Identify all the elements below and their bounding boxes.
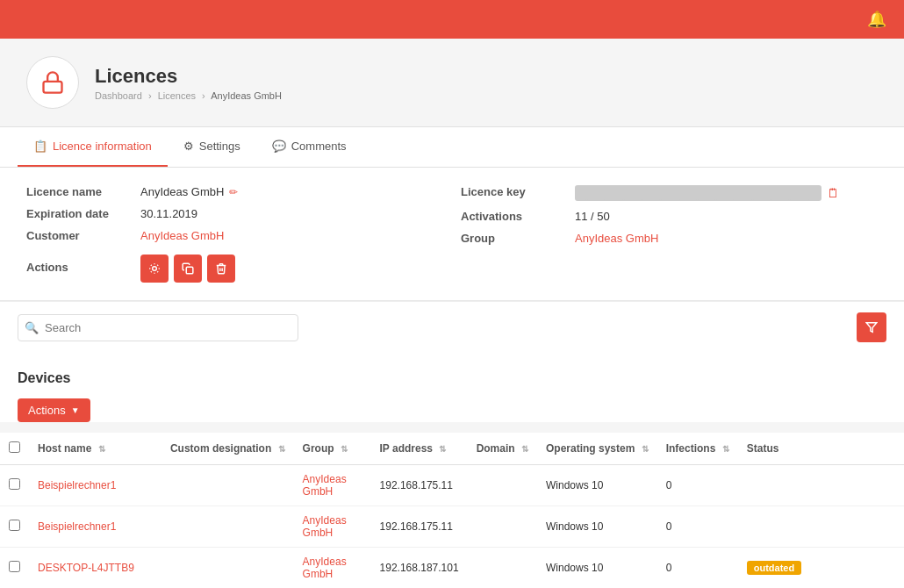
svg-point-1 <box>153 267 157 271</box>
row-checkbox-1[interactable] <box>9 520 20 531</box>
col-hostname: Host name ⇅ <box>29 433 161 465</box>
select-all-checkbox[interactable] <box>9 441 20 453</box>
row-domain <box>468 548 537 589</box>
sort-hostname-icon[interactable]: ⇅ <box>98 444 105 454</box>
row-os: Windows 10 <box>537 465 657 506</box>
svg-rect-2 <box>186 267 193 274</box>
actions-label: Actions <box>26 261 132 274</box>
header-icon-circle <box>26 56 79 109</box>
info-col-right: Licence key ██████████████████████████ 🗒… <box>461 185 878 283</box>
header-text: Licences Dashboard › Licences › AnyIdeas… <box>95 65 282 101</box>
action-btn-2[interactable] <box>174 255 202 283</box>
edit-icon[interactable]: ✏ <box>229 186 238 198</box>
row-domain <box>468 506 537 548</box>
group-row: Group AnyIdeas GmbH <box>461 232 878 245</box>
action-btn-3[interactable] <box>207 255 235 283</box>
row-hostname: Beispielrechner1 <box>29 465 161 506</box>
sort-infections-icon[interactable]: ⇅ <box>722 444 729 454</box>
info-col-left: Licence name AnyIdeas GmbH ✏ Expiration … <box>26 185 443 283</box>
filter-button[interactable] <box>857 312 886 342</box>
sort-custom-icon[interactable]: ⇅ <box>278 444 285 454</box>
row-hostname: DESKTOP-L4JTTB9 <box>29 548 161 589</box>
row-custom <box>161 465 294 506</box>
key-value: ██████████████████████████ 🗒 <box>575 185 839 201</box>
row-checkbox-cell <box>0 548 29 589</box>
expiration-value: 30.11.2019 <box>140 207 197 220</box>
col-status: Status <box>738 433 904 465</box>
row-checkbox-2[interactable] <box>9 561 20 572</box>
row-checkbox-0[interactable] <box>9 478 20 490</box>
col-domain: Domain ⇅ <box>468 433 537 465</box>
top-navbar: 🔔 <box>0 0 904 39</box>
comments-icon: 💬 <box>272 140 286 153</box>
tab-comments[interactable]: 💬 Comments <box>256 127 362 167</box>
row-domain <box>468 465 537 506</box>
table-row: Beispielrechner1 AnyIdeas GmbH 192.168.1… <box>0 465 904 506</box>
copy-icon[interactable]: 🗒 <box>827 186 839 200</box>
customer-value[interactable]: AnyIdeas GmbH <box>140 229 224 242</box>
settings-icon: ⚙ <box>183 140 194 153</box>
row-group: AnyIdeas GmbH <box>294 548 371 589</box>
key-label: Licence key <box>461 185 566 198</box>
action-buttons <box>140 255 235 283</box>
actions-dropdown-button[interactable]: Actions ▼ <box>18 398 90 422</box>
breadcrumb-licences[interactable]: Licences <box>158 90 196 101</box>
devices-table-wrapper: Host name ⇅ Custom designation ⇅ Group ⇅… <box>0 433 904 588</box>
row-ip: 192.168.175.11 <box>371 506 468 548</box>
expiration-label: Expiration date <box>26 207 132 220</box>
row-status <box>738 465 904 506</box>
licence-name-label: Licence name <box>26 185 132 198</box>
hostname-link[interactable]: Beispielrechner1 <box>38 479 116 491</box>
search-area: 🔍 <box>0 301 904 353</box>
col-custom: Custom designation ⇅ <box>161 433 294 465</box>
search-icon: 🔍 <box>25 321 39 334</box>
activations-label: Activations <box>461 210 566 223</box>
row-ip: 192.168.175.11 <box>371 465 468 506</box>
activations-value: 11 / 50 <box>575 210 610 223</box>
bell-icon[interactable]: 🔔 <box>867 10 886 29</box>
row-checkbox-cell <box>0 506 29 548</box>
col-ip: IP address ⇅ <box>371 433 468 465</box>
col-group: Group ⇅ <box>294 433 371 465</box>
search-wrapper: 🔍 <box>18 314 298 341</box>
sort-domain-icon[interactable]: ⇅ <box>521 444 528 454</box>
group-value[interactable]: AnyIdeas GmbH <box>575 232 658 245</box>
sort-os-icon[interactable]: ⇅ <box>642 444 649 454</box>
svg-marker-3 <box>866 323 877 333</box>
group-link[interactable]: AnyIdeas GmbH <box>303 556 347 580</box>
licence-name-row: Licence name AnyIdeas GmbH ✏ <box>26 185 443 198</box>
expiration-row: Expiration date 30.11.2019 <box>26 207 443 220</box>
search-input[interactable] <box>18 314 298 341</box>
row-infections: 0 <box>657 465 738 506</box>
customer-row: Customer AnyIdeas GmbH <box>26 229 443 242</box>
group-label: Group <box>461 232 566 245</box>
actions-row: Actions <box>26 251 443 283</box>
licence-info-icon: 📋 <box>33 140 47 153</box>
col-infections: Infections ⇅ <box>657 433 738 465</box>
tabs-bar: 📋 Licence information ⚙ Settings 💬 Comme… <box>0 127 904 168</box>
row-status: outdated <box>738 548 904 589</box>
row-os: Windows 10 <box>537 548 657 589</box>
hostname-link[interactable]: DESKTOP-L4JTTB9 <box>38 562 134 574</box>
breadcrumb: Dashboard › Licences › AnyIdeas GmbH <box>95 90 282 101</box>
tab-settings[interactable]: ⚙ Settings <box>168 127 256 167</box>
licence-name-value: AnyIdeas GmbH ✏ <box>140 185 238 198</box>
activations-row: Activations 11 / 50 <box>461 210 878 223</box>
devices-title: Devices <box>18 370 886 386</box>
breadcrumb-dashboard[interactable]: Dashboard <box>95 90 142 101</box>
action-btn-1[interactable] <box>140 255 169 283</box>
group-link[interactable]: AnyIdeas GmbH <box>303 514 347 539</box>
header-checkbox-cell <box>0 433 29 465</box>
hostname-link[interactable]: Beispielrechner1 <box>38 520 116 533</box>
group-link[interactable]: AnyIdeas GmbH <box>303 473 347 498</box>
page-title: Licences <box>95 65 282 88</box>
sort-ip-icon[interactable]: ⇅ <box>439 444 446 454</box>
row-group: AnyIdeas GmbH <box>294 506 371 548</box>
devices-section: Devices Actions ▼ <box>0 353 904 422</box>
breadcrumb-current: AnyIdeas GmbH <box>211 90 282 101</box>
row-infections: 0 <box>657 548 738 589</box>
tab-licence-info[interactable]: 📋 Licence information <box>18 127 168 167</box>
sort-group-icon[interactable]: ⇅ <box>341 444 348 454</box>
row-os: Windows 10 <box>537 506 657 548</box>
svg-rect-0 <box>44 82 62 93</box>
